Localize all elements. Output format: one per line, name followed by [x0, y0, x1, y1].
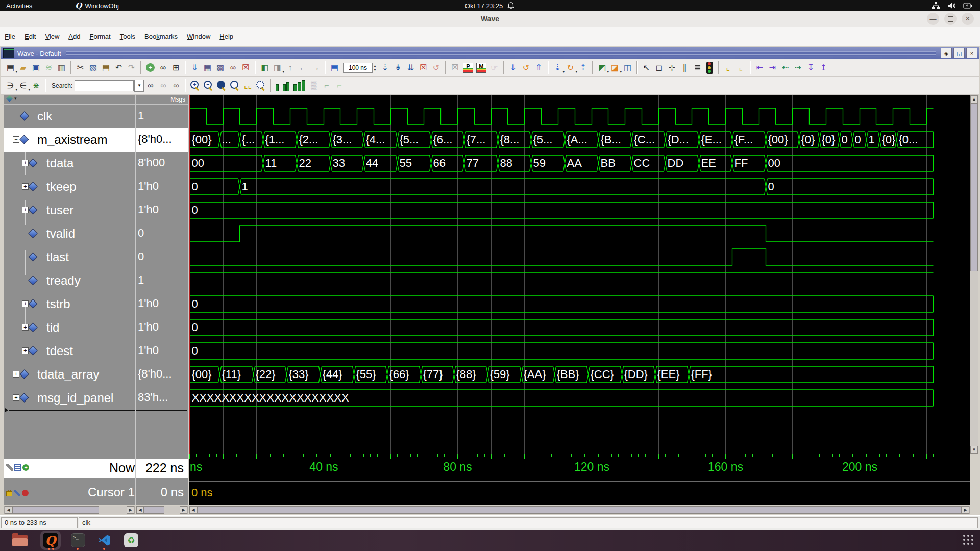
scroll-left-icon[interactable]: ◀ [5, 506, 12, 514]
wrench-icon[interactable] [14, 490, 20, 496]
profile-button[interactable]: P [463, 63, 473, 73]
cursor-1-line[interactable] [189, 95, 190, 454]
memory-profile-button[interactable]: M [476, 63, 486, 73]
wave-m_axistream[interactable]: {00}...{...{1...{2...{3...{4...{5...{6..… [189, 128, 970, 152]
wave-tdata_array[interactable]: {00}{11}{22}{33}{44}{55}{66}{77}{88}{59}… [189, 363, 970, 386]
search-label[interactable]: Search: [52, 82, 72, 89]
previous-transition-button[interactable]: ⇤ [753, 61, 766, 74]
close-pane-icon[interactable]: × [966, 48, 977, 58]
signal-names-panel[interactable]: ▾ clk−m_axistream+tdata+tkeep+tusertvali… [4, 95, 135, 454]
wave-tstrb[interactable]: 0 [189, 292, 970, 316]
break-button[interactable]: ☒ [417, 61, 430, 74]
wave-scroll-thumb[interactable] [197, 506, 962, 514]
select-mode-button[interactable]: ↖ [640, 61, 653, 74]
back-button[interactable]: ← [297, 61, 309, 74]
signal-row-tvalid[interactable]: tvalid [4, 222, 135, 245]
zoom-select-mode-button[interactable]: ◻ [653, 61, 666, 74]
forward-button[interactable]: → [309, 61, 322, 74]
run-length-input[interactable]: ▲▼ [343, 63, 377, 73]
grid-icon[interactable] [14, 464, 21, 471]
remove-icon[interactable]: − [22, 490, 29, 496]
save-button[interactable]: ▣ [30, 61, 42, 74]
values-hscrollbar[interactable]: ◀ ▶ [136, 506, 188, 514]
zoom-full-button[interactable] [216, 80, 227, 92]
menu-edit[interactable]: Edit [20, 33, 40, 40]
battery-icon[interactable] [963, 2, 973, 10]
minimize-button[interactable]: — [927, 13, 939, 25]
add-to-wave-button[interactable]: ◩ [596, 61, 608, 74]
wave-msg_id_panel[interactable]: XXXXXXXXXXXXXXXXXXXXX [189, 386, 970, 410]
wave-hscrollbar[interactable]: ◀ ▶ [189, 506, 970, 514]
expand-icon[interactable]: + [13, 394, 19, 401]
run-continue-button[interactable]: ⇟ [391, 61, 404, 74]
find-in-wave-button[interactable]: ∞ [227, 61, 239, 74]
step-out-button[interactable]: ⇑ [532, 61, 545, 74]
find-previous-button[interactable]: ∞ [157, 79, 169, 92]
scroll-down-icon[interactable]: ▼ [970, 446, 978, 454]
expand-icon[interactable]: + [22, 160, 29, 166]
wave-tuser[interactable]: 0 [189, 198, 970, 222]
files-app-icon[interactable] [12, 535, 28, 546]
vertical-scroll-thumb[interactable] [970, 103, 978, 271]
zoom-out-button[interactable]: − [203, 80, 214, 92]
step-out-instance-button[interactable]: ⇡ [577, 61, 590, 74]
next-falling-edge-button[interactable]: ⇢ [792, 61, 804, 74]
move-to-top-button[interactable]: ↑ [284, 61, 297, 74]
menu-file[interactable]: File [0, 33, 20, 40]
open-button[interactable]: ▰ [17, 61, 30, 74]
wave-tvalid[interactable] [189, 222, 970, 245]
wave-tready[interactable] [189, 269, 970, 292]
previous-rising-edge-button[interactable]: ↧ [804, 61, 817, 74]
pan-mode-button[interactable]: ⊹ [666, 61, 678, 74]
step-over-button[interactable]: ↺ [520, 61, 532, 74]
pan-hand-button[interactable]: ☞ [488, 61, 501, 74]
add-icon[interactable]: + [22, 464, 29, 471]
find-next-button[interactable]: ∞ [144, 79, 157, 92]
virtual-ruler-button[interactable]: ≣ [691, 61, 704, 74]
clock[interactable]: Okt 17 23:25 [465, 2, 503, 10]
copy-button[interactable]: ▧ [87, 61, 100, 74]
column-separator[interactable] [135, 95, 136, 454]
expand-button[interactable]: ⊞ [169, 61, 182, 74]
dock-icon[interactable]: ◈ [941, 48, 952, 58]
add-to-log-button[interactable]: ◫ [621, 61, 634, 74]
scroll-right-icon[interactable]: ▶ [127, 506, 134, 514]
zoom-in-button[interactable]: + [189, 80, 201, 92]
traffic-light-button[interactable] [706, 62, 713, 74]
names-header[interactable]: ▾ [4, 95, 135, 105]
search-options-button[interactable]: ∞ [169, 79, 182, 92]
wave-clk[interactable] [189, 105, 970, 128]
expand-time-events-button[interactable] [293, 80, 305, 91]
signal-row-tdest[interactable]: +tdest [4, 339, 135, 363]
signal-row-tdata_array[interactable]: +tdata_array [4, 363, 135, 386]
signal-row-tdata[interactable]: +tdata [4, 152, 135, 175]
expand-icon[interactable]: + [22, 183, 29, 190]
questa-app-icon[interactable]: Q [40, 531, 61, 550]
scroll-up-icon[interactable]: ▲ [970, 95, 978, 103]
expand-icon[interactable]: + [22, 300, 29, 307]
show-applications-icon[interactable] [963, 535, 974, 545]
names-scroll-thumb[interactable] [12, 506, 99, 514]
wave-tdest[interactable]: 0 [189, 339, 970, 363]
show-drivers-button[interactable]: ▩ [214, 61, 227, 74]
wave-tid[interactable]: 0 [189, 316, 970, 339]
restore-button[interactable] [944, 13, 957, 25]
search-dropdown-button[interactable]: ▼ [134, 80, 144, 92]
lock-icon[interactable] [6, 491, 12, 496]
close-button[interactable]: × [962, 13, 974, 25]
columns-dropdown-icon[interactable]: ▾ [14, 96, 17, 101]
run-button[interactable]: ⇣ [379, 61, 391, 74]
run-length-input[interactable] [343, 63, 373, 73]
previous-falling-edge-button[interactable]: ⇠ [779, 61, 792, 74]
insert-cursor-button[interactable]: ⌞ [722, 61, 734, 74]
wave-tlast[interactable] [189, 245, 970, 269]
wave-tdata[interactable]: 00112233445566778859AABBCCDDEEFF00 [189, 152, 970, 175]
signal-row-m_axistream[interactable]: −m_axistream [4, 128, 135, 152]
focused-app-menu[interactable]: Q WindowObj [69, 0, 125, 11]
create-signal-button[interactable]: ⋇ [30, 79, 42, 92]
collapse-icon[interactable]: − [13, 136, 19, 143]
menu-window[interactable]: Window [182, 33, 215, 40]
signal-row-tuser[interactable]: +tuser [4, 198, 135, 222]
ungroup-button[interactable]: ◨ [271, 61, 284, 74]
stop-button[interactable]: ☒ [449, 61, 461, 74]
